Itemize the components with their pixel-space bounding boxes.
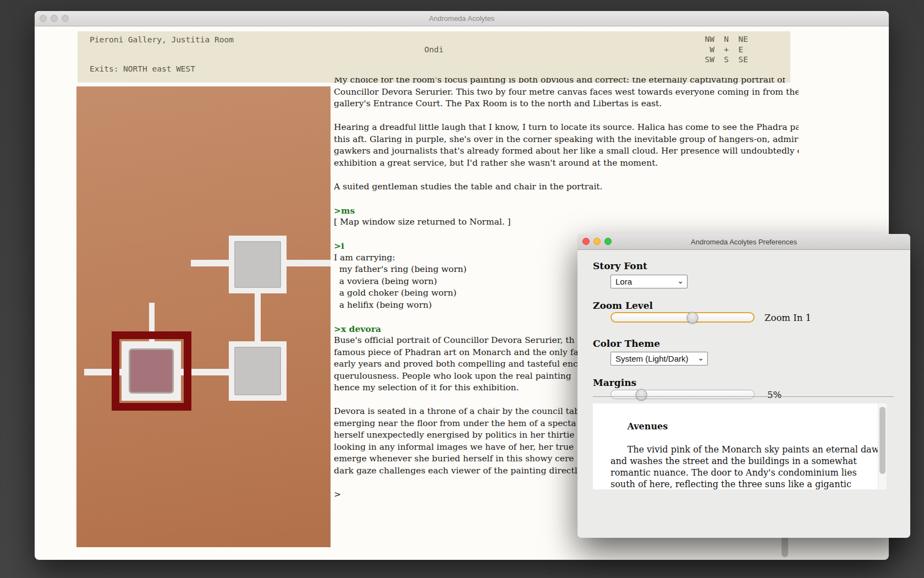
divider xyxy=(593,396,894,397)
map-path-west-of-north-room xyxy=(191,260,229,266)
window-title: Andromeda Acolytes xyxy=(35,14,889,23)
compass-rose: NW N NE W + E SW S SE xyxy=(705,34,748,65)
zoom-level-slider[interactable] xyxy=(610,312,755,323)
story-font-select[interactable]: Lora ⌄ xyxy=(610,275,688,288)
preferences-dialog: Andromeda Acolytes Preferences Story Fon… xyxy=(578,234,910,538)
preview-heading: Avenues xyxy=(628,421,668,432)
preview-scrollbar-thumb[interactable] xyxy=(879,407,886,474)
north-room-fill xyxy=(234,241,281,288)
color-theme-value: System (Light/Dark) xyxy=(615,354,689,363)
map-panel xyxy=(76,86,331,547)
exits-list: Exits: NORTH east WEST xyxy=(90,64,195,73)
font-preview-text: Avenues The vivid pink of the Monarch sk… xyxy=(610,409,885,489)
story-para: My choice for the room's focus painting … xyxy=(334,78,799,110)
preferences-titlebar[interactable]: Andromeda Acolytes Preferences xyxy=(578,234,910,250)
current-room-highlight-frame xyxy=(112,331,191,411)
margins-label: Margins xyxy=(593,377,636,388)
story-para: A suited gentleman studies the table and… xyxy=(334,181,799,193)
zoom-value-label: Zoom In 1 xyxy=(765,313,811,323)
margins-value-label: 5% xyxy=(767,390,782,400)
color-theme-select[interactable]: System (Light/Dark) ⌄ xyxy=(610,352,708,366)
color-theme-label: Color Theme xyxy=(593,338,660,349)
east-room-fill xyxy=(234,347,281,395)
story-para: Hearing a dreadful little laugh that I k… xyxy=(334,122,799,169)
zoom-level-label: Zoom Level xyxy=(593,300,653,311)
zoom-slider-thumb[interactable] xyxy=(687,312,698,323)
font-preview-card: Avenues The vivid pink of the Monarch sk… xyxy=(593,403,887,489)
preview-scrollbar-track[interactable] xyxy=(878,403,887,489)
room-name: Pieroni Gallery, Justitia Room xyxy=(90,35,234,44)
story-font-value: Lora xyxy=(615,277,632,286)
margins-slider[interactable] xyxy=(610,390,755,399)
chevron-down-icon: ⌄ xyxy=(677,276,684,285)
story-font-label: Story Font xyxy=(593,260,647,271)
story-command: >ms xyxy=(334,205,799,217)
character-name: Ondi xyxy=(78,45,790,54)
preferences-title: Andromeda Acolytes Preferences xyxy=(578,238,910,246)
margins-slider-thumb[interactable] xyxy=(635,389,647,400)
chevron-down-icon: ⌄ xyxy=(697,353,704,362)
preview-body: The vivid pink of the Monarch sky paints… xyxy=(610,444,885,489)
status-bar: Pieroni Gallery, Justitia Room Ondi Exit… xyxy=(78,31,790,83)
story-para: [ Map window size returned to Normal. ] xyxy=(334,216,799,228)
main-titlebar[interactable]: Andromeda Acolytes xyxy=(35,11,889,26)
map-path-north-east-connector xyxy=(255,293,261,341)
map-path-east-of-north-room xyxy=(287,260,331,266)
